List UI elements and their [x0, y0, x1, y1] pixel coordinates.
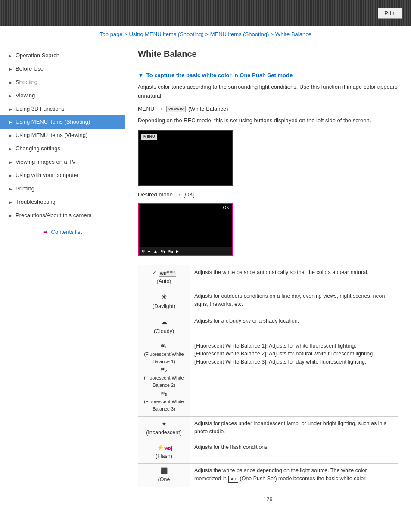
- table-icon-cell: ⚡WB (Flash): [138, 440, 190, 464]
- sidebar-item-label: Using MENU items (Shooting): [16, 118, 90, 126]
- arrow-icon: ▶: [9, 93, 12, 99]
- wb-icon-5: ≋₂: [168, 249, 173, 254]
- table-icon-cell: ✦ (Incandescent): [138, 416, 190, 440]
- table-row: ⚡WB (Flash) Adjusts for the flash condit…: [138, 440, 398, 464]
- sidebar-item-before-use[interactable]: ▶ Before Use: [0, 62, 125, 76]
- breadcrumb-sep2: >: [205, 31, 210, 37]
- sidebar-item-label: Precautions/About this camera: [16, 212, 92, 219]
- sidebar-item-using-computer[interactable]: ▶ Using with your computer: [0, 169, 125, 182]
- sidebar-item-label: Printing: [16, 185, 34, 193]
- breadcrumb-sep3: >: [271, 31, 275, 37]
- table-desc-cell: Adjusts for the flash conditions.: [190, 440, 398, 464]
- breadcrumb-menu-items[interactable]: MENU items (Shooting): [210, 31, 269, 37]
- contents-list-link[interactable]: Contents list: [51, 229, 82, 235]
- contents-arrow-icon: ➡: [43, 229, 48, 235]
- desired-mode-arrow-icon: →: [175, 191, 181, 198]
- sidebar-item-label: Using 3D Functions: [16, 106, 64, 113]
- table-icon-cell: ≋1 (Fluorescent White Balance 1) ≋2 (Flu…: [138, 339, 190, 416]
- sidebar-item-precautions[interactable]: ▶ Precautions/About this camera: [0, 209, 125, 222]
- fluor-desc-3: [Fluorescent White Balance 3]: Adjusts f…: [194, 359, 367, 365]
- breadcrumb-top[interactable]: Top page: [100, 31, 123, 37]
- flash-icon: ⚡WB: [156, 444, 172, 451]
- wb-icon-2: ✦: [147, 249, 151, 254]
- sidebar-item-label: Shooting: [16, 79, 37, 86]
- sidebar-item-using-menu-viewing[interactable]: ▶ Using MENU items (Viewing): [0, 129, 125, 142]
- sidebar: ▶ Operation Search ▶ Before Use ▶ Shooti…: [0, 45, 125, 515]
- table-row: ≋1 (Fluorescent White Balance 1) ≋2 (Flu…: [138, 339, 398, 416]
- desired-mode-label: Desired mode: [138, 191, 173, 198]
- table-desc-cell: Adjusts for outdoors conditions on a fin…: [190, 289, 398, 314]
- breadcrumb: Top page > Using MENU items (Shooting) >…: [0, 26, 411, 43]
- breadcrumb-white-balance[interactable]: White Balance: [275, 31, 311, 37]
- one-push-desc-2: (One Push Set) mode becomes the basic wh…: [240, 476, 367, 482]
- breadcrumb-sep1: >: [124, 31, 129, 37]
- wb-auto-cell-icon: WBAUTO: [159, 271, 176, 276]
- arrow-icon: ▶: [9, 80, 12, 85]
- fluor-icon-3: ≋3: [161, 390, 167, 395]
- table-icon-cell: ☀ (Daylight): [138, 289, 190, 314]
- table-row: ⬛ (One Adjusts the white balance dependi…: [138, 464, 398, 487]
- screen-mockup-2: OK ≋ ✦ ▲ ≋₁ ≋₂ ▶: [138, 203, 233, 256]
- one-push-icon: ⬛: [160, 467, 168, 474]
- header-bar: Print: [0, 0, 411, 26]
- fluorescent-icon-group: ≋1 (Fluorescent White Balance 1) ≋2 (Flu…: [143, 342, 185, 413]
- table-desc-cell: Adjusts the white balance automatically …: [190, 265, 398, 289]
- body-text-2: Depending on the REC mode, this is set u…: [138, 116, 398, 125]
- icon-label: (Flash): [156, 453, 172, 459]
- main-layout: ▶ Operation Search ▶ Before Use ▶ Shooti…: [0, 43, 411, 515]
- sidebar-item-troubleshooting[interactable]: ▶ Troubleshooting: [0, 196, 125, 209]
- menu-label: MENU: [138, 106, 154, 112]
- sidebar-item-viewing[interactable]: ▶ Viewing: [0, 89, 125, 103]
- page-number: 129: [138, 496, 398, 502]
- table-row: ✓ WBAUTO (Auto) Adjusts the white balanc…: [138, 265, 398, 289]
- sidebar-item-label: Operation Search: [16, 52, 59, 59]
- screen-inner: OK: [139, 204, 232, 247]
- cloud-icon: ☁: [161, 318, 168, 326]
- sidebar-item-using-menu-shooting[interactable]: ▶ Using MENU items (Shooting): [0, 115, 125, 129]
- table-icon-cell: ⬛ (One: [138, 464, 190, 487]
- content-area: White Balance ▼ To capture the basic whi…: [125, 45, 411, 515]
- menu-instruction: MENU → WBAUTO (White Balance): [138, 105, 398, 113]
- sidebar-item-label: Viewing: [16, 92, 35, 100]
- sidebar-item-label: Viewing images on a TV: [16, 159, 76, 166]
- sidebar-item-operation-search[interactable]: ▶ Operation Search: [0, 49, 125, 62]
- wb-icon-3: ▲: [153, 249, 158, 254]
- triangle-icon: ▼: [138, 72, 144, 78]
- breadcrumb-using-menu[interactable]: Using MENU items (Shooting): [129, 31, 203, 37]
- sidebar-item-3d-functions[interactable]: ▶ Using 3D Functions: [0, 103, 125, 116]
- wb-auto-icon: WBAUTO: [166, 106, 186, 112]
- sidebar-item-viewing-tv[interactable]: ▶ Viewing images on a TV: [0, 156, 125, 169]
- table-row: ✦ (Incandescent) Adjusts for places unde…: [138, 416, 398, 440]
- icon-label: (Incandescent): [146, 429, 182, 436]
- arrow-icon: ▶: [9, 53, 12, 59]
- page-title-section: White Balance: [138, 49, 398, 65]
- print-button[interactable]: Print: [378, 8, 402, 19]
- arrow-icon: ▶: [9, 199, 12, 205]
- body-text-1: Adjusts color tones according to the sur…: [138, 83, 398, 101]
- arrow-icon: ▶: [9, 106, 12, 112]
- arrow-icon: ▶: [9, 146, 12, 152]
- sidebar-item-label: Using with your computer: [16, 172, 79, 179]
- icon-label: (Auto): [156, 278, 171, 284]
- arrow-icon: ▶: [9, 186, 12, 192]
- arrow-icon: ▶: [9, 213, 12, 218]
- sidebar-item-changing-settings[interactable]: ▶ Changing settings: [0, 142, 125, 156]
- incandescent-icon: ✦: [162, 420, 167, 427]
- mode-text: Desired mode → [OK].: [138, 191, 398, 198]
- fluor-label-1: (Fluorescent White Balance 1): [144, 352, 184, 364]
- table-row: ☁ (Cloudy) Adjusts for a cloudy sky or a…: [138, 314, 398, 339]
- sidebar-item-shooting[interactable]: ▶ Shooting: [0, 76, 125, 89]
- fluor-label-3: (Fluorescent White Balance 3): [144, 399, 184, 412]
- checkmark-icon: ✓: [152, 269, 157, 276]
- page-title: White Balance: [138, 49, 398, 59]
- wb-icon-4: ≋₁: [160, 249, 165, 254]
- wb-icon-6: ▶: [176, 249, 179, 254]
- fluor-desc-2: [Fluorescent White Balance 2]: Adjusts f…: [194, 351, 374, 357]
- fluor-label-2: (Fluorescent White Balance 2): [144, 375, 184, 388]
- wb-label: (White Balance): [188, 106, 228, 112]
- wb-icon-1: ≋: [141, 249, 145, 254]
- sidebar-item-printing[interactable]: ▶ Printing: [0, 182, 125, 196]
- ok-indicator: OK: [223, 205, 229, 210]
- arrow-icon: ▶: [9, 119, 12, 125]
- arrow-icon: ▶: [9, 159, 12, 165]
